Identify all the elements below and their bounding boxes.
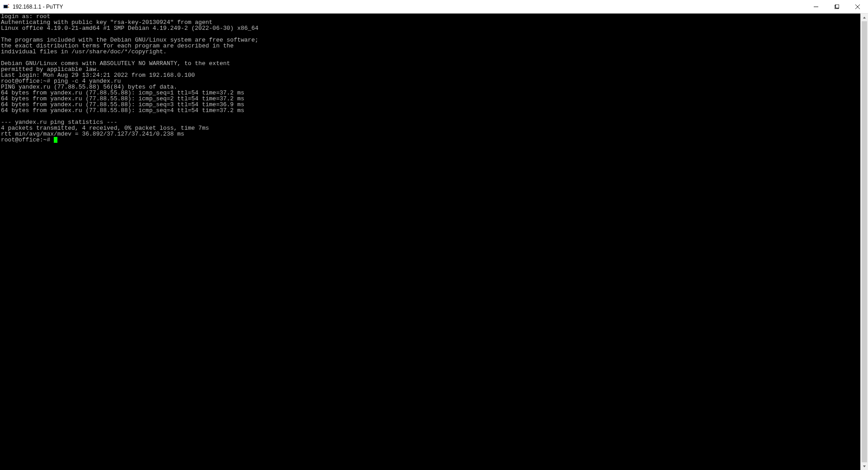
svg-marker-10 — [863, 17, 866, 19]
svg-rect-2 — [8, 7, 9, 8]
terminal-cursor — [54, 137, 57, 143]
terminal-line — [1, 113, 859, 119]
svg-marker-11 — [863, 465, 866, 467]
svg-line-3 — [8, 4, 9, 5]
terminal-line: Last login: Mon Aug 29 13:24:21 2022 fro… — [1, 72, 859, 78]
svg-rect-6 — [835, 5, 839, 8]
terminal-line: Debian GNU/Linux comes with ABSOLUTELY N… — [1, 61, 859, 66]
scroll-up-arrow[interactable] — [861, 14, 868, 21]
terminal-prompt-line: root@office:~# — [1, 137, 859, 143]
scrollbar-track[interactable] — [861, 21, 868, 462]
window-controls — [806, 0, 868, 13]
terminal-output[interactable]: login as: rootAuthenticating with public… — [0, 14, 860, 470]
terminal-line: 64 bytes from yandex.ru (77.88.55.88): i… — [1, 108, 859, 113]
window-title: 192.168.1.1 - PuTTY — [13, 4, 806, 10]
terminal-prompt: root@office:~# — [1, 136, 54, 143]
maximize-button[interactable] — [826, 0, 847, 13]
scrollbar-thumb[interactable] — [862, 21, 867, 462]
terminal-line: Linux office 4.19.0-21-amd64 #1 SMP Debi… — [1, 25, 859, 31]
terminal-line: rtt min/avg/max/mdev = 36.892/37.127/37.… — [1, 131, 859, 137]
minimize-button[interactable] — [806, 0, 826, 13]
putty-icon — [3, 3, 10, 10]
svg-rect-1 — [4, 5, 7, 8]
scroll-down-arrow[interactable] — [861, 462, 868, 470]
terminal-line: individual files in /usr/share/doc/*/cop… — [1, 49, 859, 55]
titlebar: 192.168.1.1 - PuTTY — [0, 0, 868, 14]
vertical-scrollbar[interactable] — [860, 14, 868, 470]
close-button[interactable] — [847, 0, 868, 13]
terminal-container: login as: rootAuthenticating with public… — [0, 14, 868, 470]
